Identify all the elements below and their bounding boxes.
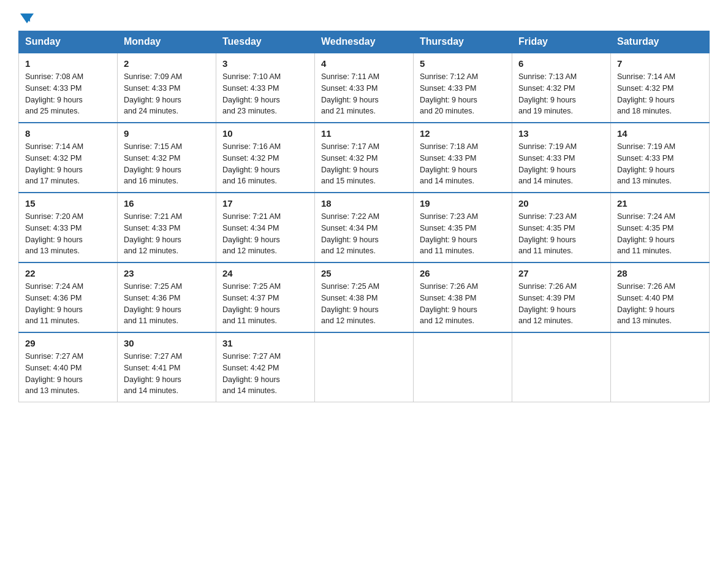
- calendar-week-row: 29 Sunrise: 7:27 AMSunset: 4:40 PMDaylig…: [19, 332, 710, 402]
- calendar-cell: 23 Sunrise: 7:25 AMSunset: 4:36 PMDaylig…: [118, 262, 216, 332]
- day-info: Sunrise: 7:19 AMSunset: 4:33 PMDaylight:…: [617, 141, 703, 187]
- logo: [18, 12, 34, 25]
- calendar-cell: 6 Sunrise: 7:13 AMSunset: 4:32 PMDayligh…: [512, 53, 611, 123]
- day-number: 14: [617, 128, 703, 139]
- calendar-cell: 4 Sunrise: 7:11 AMSunset: 4:33 PMDayligh…: [315, 53, 414, 123]
- day-info: Sunrise: 7:23 AMSunset: 4:35 PMDaylight:…: [518, 211, 604, 257]
- calendar-week-row: 15 Sunrise: 7:20 AMSunset: 4:33 PMDaylig…: [19, 193, 710, 262]
- day-info: Sunrise: 7:24 AMSunset: 4:36 PMDaylight:…: [25, 281, 111, 327]
- day-number: 4: [321, 58, 407, 69]
- day-number: 29: [25, 338, 111, 348]
- day-number: 12: [420, 128, 506, 139]
- calendar-cell: 30 Sunrise: 7:27 AMSunset: 4:41 PMDaylig…: [118, 332, 216, 402]
- day-info: Sunrise: 7:08 AMSunset: 4:33 PMDaylight:…: [25, 71, 111, 117]
- logo-triangle-icon: [20, 12, 34, 25]
- day-info: Sunrise: 7:16 AMSunset: 4:32 PMDaylight:…: [222, 141, 308, 187]
- day-info: Sunrise: 7:21 AMSunset: 4:34 PMDaylight:…: [222, 211, 308, 257]
- day-of-week-header: Monday: [118, 31, 216, 53]
- day-info: Sunrise: 7:19 AMSunset: 4:33 PMDaylight:…: [518, 141, 604, 187]
- day-number: 25: [321, 268, 407, 278]
- day-info: Sunrise: 7:26 AMSunset: 4:38 PMDaylight:…: [420, 281, 506, 327]
- day-number: 21: [617, 198, 703, 209]
- calendar-cell: 5 Sunrise: 7:12 AMSunset: 4:33 PMDayligh…: [414, 53, 512, 123]
- day-number: 8: [25, 128, 111, 139]
- day-number: 22: [25, 268, 111, 278]
- day-info: Sunrise: 7:25 AMSunset: 4:37 PMDaylight:…: [222, 281, 308, 327]
- calendar-cell: 29 Sunrise: 7:27 AMSunset: 4:40 PMDaylig…: [19, 332, 118, 402]
- calendar-cell: 9 Sunrise: 7:15 AMSunset: 4:32 PMDayligh…: [118, 123, 216, 193]
- day-number: 10: [222, 128, 308, 139]
- calendar-cell: 28 Sunrise: 7:26 AMSunset: 4:40 PMDaylig…: [611, 262, 710, 332]
- calendar-week-row: 22 Sunrise: 7:24 AMSunset: 4:36 PMDaylig…: [19, 262, 710, 332]
- calendar-cell: 10 Sunrise: 7:16 AMSunset: 4:32 PMDaylig…: [216, 123, 315, 193]
- calendar-cell: 20 Sunrise: 7:23 AMSunset: 4:35 PMDaylig…: [512, 193, 611, 262]
- day-info: Sunrise: 7:20 AMSunset: 4:33 PMDaylight:…: [25, 211, 111, 257]
- day-number: 11: [321, 128, 407, 139]
- day-of-week-header: Tuesday: [216, 31, 315, 53]
- calendar-cell: 22 Sunrise: 7:24 AMSunset: 4:36 PMDaylig…: [19, 262, 118, 332]
- calendar-cell: 17 Sunrise: 7:21 AMSunset: 4:34 PMDaylig…: [216, 193, 315, 262]
- calendar-cell: 1 Sunrise: 7:08 AMSunset: 4:33 PMDayligh…: [19, 53, 118, 123]
- calendar-table: SundayMondayTuesdayWednesdayThursdayFrid…: [18, 31, 710, 402]
- days-of-week-row: SundayMondayTuesdayWednesdayThursdayFrid…: [19, 31, 710, 53]
- day-of-week-header: Thursday: [414, 31, 512, 53]
- day-info: Sunrise: 7:10 AMSunset: 4:33 PMDaylight:…: [222, 71, 308, 117]
- day-number: 15: [25, 198, 111, 209]
- day-number: 3: [222, 58, 308, 69]
- day-number: 26: [420, 268, 506, 278]
- day-number: 17: [222, 198, 308, 209]
- calendar-cell: 3 Sunrise: 7:10 AMSunset: 4:33 PMDayligh…: [216, 53, 315, 123]
- calendar-cell: 12 Sunrise: 7:18 AMSunset: 4:33 PMDaylig…: [414, 123, 512, 193]
- day-number: 23: [124, 268, 210, 278]
- calendar-body: 1 Sunrise: 7:08 AMSunset: 4:33 PMDayligh…: [19, 53, 710, 402]
- calendar-cell: 18 Sunrise: 7:22 AMSunset: 4:34 PMDaylig…: [315, 193, 414, 262]
- calendar-week-row: 1 Sunrise: 7:08 AMSunset: 4:33 PMDayligh…: [19, 53, 710, 123]
- day-number: 31: [222, 338, 308, 348]
- day-info: Sunrise: 7:12 AMSunset: 4:33 PMDaylight:…: [420, 71, 506, 117]
- calendar-cell: 7 Sunrise: 7:14 AMSunset: 4:32 PMDayligh…: [611, 53, 710, 123]
- calendar-cell: 16 Sunrise: 7:21 AMSunset: 4:33 PMDaylig…: [118, 193, 216, 262]
- calendar-cell: 21 Sunrise: 7:24 AMSunset: 4:35 PMDaylig…: [611, 193, 710, 262]
- day-number: 24: [222, 268, 308, 278]
- day-of-week-header: Sunday: [19, 31, 118, 53]
- day-of-week-header: Saturday: [611, 31, 710, 53]
- calendar-cell: [414, 332, 512, 402]
- day-number: 7: [617, 58, 703, 69]
- day-info: Sunrise: 7:27 AMSunset: 4:40 PMDaylight:…: [25, 351, 111, 397]
- day-number: 20: [518, 198, 604, 209]
- calendar-cell: 8 Sunrise: 7:14 AMSunset: 4:32 PMDayligh…: [19, 123, 118, 193]
- calendar-cell: 25 Sunrise: 7:25 AMSunset: 4:38 PMDaylig…: [315, 262, 414, 332]
- calendar-cell: [315, 332, 414, 402]
- page-header: [18, 12, 710, 25]
- day-number: 27: [518, 268, 604, 278]
- day-info: Sunrise: 7:17 AMSunset: 4:32 PMDaylight:…: [321, 141, 407, 187]
- calendar-header: SundayMondayTuesdayWednesdayThursdayFrid…: [19, 31, 710, 53]
- day-number: 18: [321, 198, 407, 209]
- day-info: Sunrise: 7:11 AMSunset: 4:33 PMDaylight:…: [321, 71, 407, 117]
- day-info: Sunrise: 7:26 AMSunset: 4:40 PMDaylight:…: [617, 281, 703, 327]
- day-number: 9: [124, 128, 210, 139]
- day-info: Sunrise: 7:22 AMSunset: 4:34 PMDaylight:…: [321, 211, 407, 257]
- day-number: 1: [25, 58, 111, 69]
- day-info: Sunrise: 7:27 AMSunset: 4:42 PMDaylight:…: [222, 351, 308, 397]
- day-number: 16: [124, 198, 210, 209]
- day-info: Sunrise: 7:09 AMSunset: 4:33 PMDaylight:…: [124, 71, 210, 117]
- day-of-week-header: Wednesday: [315, 31, 414, 53]
- day-number: 5: [420, 58, 506, 69]
- day-number: 6: [518, 58, 604, 69]
- day-info: Sunrise: 7:24 AMSunset: 4:35 PMDaylight:…: [617, 211, 703, 257]
- day-number: 30: [124, 338, 210, 348]
- calendar-cell: 27 Sunrise: 7:26 AMSunset: 4:39 PMDaylig…: [512, 262, 611, 332]
- calendar-cell: 19 Sunrise: 7:23 AMSunset: 4:35 PMDaylig…: [414, 193, 512, 262]
- day-number: 19: [420, 198, 506, 209]
- day-info: Sunrise: 7:23 AMSunset: 4:35 PMDaylight:…: [420, 211, 506, 257]
- day-number: 13: [518, 128, 604, 139]
- calendar-cell: 15 Sunrise: 7:20 AMSunset: 4:33 PMDaylig…: [19, 193, 118, 262]
- calendar-cell: [611, 332, 710, 402]
- calendar-cell: 11 Sunrise: 7:17 AMSunset: 4:32 PMDaylig…: [315, 123, 414, 193]
- day-info: Sunrise: 7:25 AMSunset: 4:36 PMDaylight:…: [124, 281, 210, 327]
- calendar-cell: 31 Sunrise: 7:27 AMSunset: 4:42 PMDaylig…: [216, 332, 315, 402]
- day-info: Sunrise: 7:13 AMSunset: 4:32 PMDaylight:…: [518, 71, 604, 117]
- day-info: Sunrise: 7:27 AMSunset: 4:41 PMDaylight:…: [124, 351, 210, 397]
- day-info: Sunrise: 7:15 AMSunset: 4:32 PMDaylight:…: [124, 141, 210, 187]
